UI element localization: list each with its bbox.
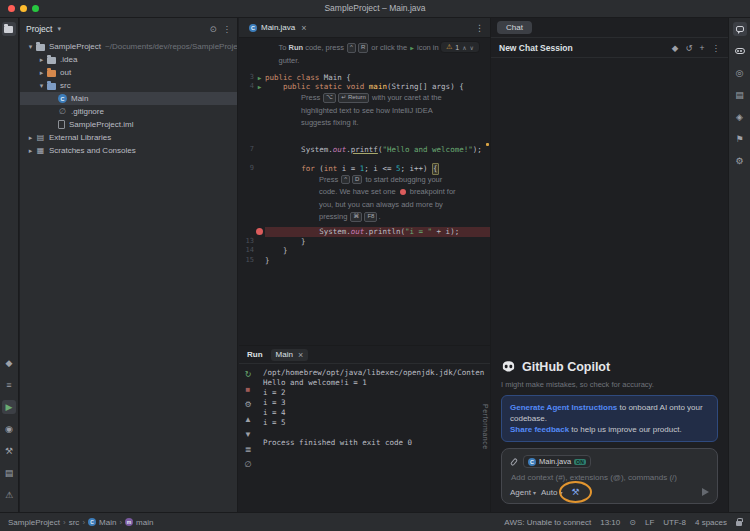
- inspections-widget[interactable]: ⚠ 1 ∧ ∨: [440, 41, 480, 53]
- tree-item-sampleproject[interactable]: ▾SampleProject~/Documents/dev/repos/Samp…: [20, 40, 237, 53]
- run-tab-main[interactable]: Main ×: [271, 349, 309, 361]
- build-tool-button[interactable]: ⚒: [2, 444, 16, 458]
- prev-issue-icon[interactable]: ∧: [462, 44, 466, 51]
- current-file-chip[interactable]: C Main.java ON: [523, 455, 591, 468]
- notifications-tool-button[interactable]: ◎: [733, 66, 747, 80]
- select-opened-file-icon[interactable]: ⊙: [209, 24, 216, 34]
- tree-item-out[interactable]: ▸out: [20, 66, 237, 79]
- tree-item-src[interactable]: ▾src: [20, 79, 237, 92]
- run-tool-button[interactable]: ▶: [2, 400, 16, 414]
- tree-item-external-libraries[interactable]: ▸▤External Libraries: [20, 131, 237, 144]
- close-tab-icon[interactable]: ×: [298, 350, 303, 360]
- breadcrumb-item[interactable]: src: [69, 518, 80, 527]
- tree-item-main[interactable]: CMain: [20, 92, 237, 105]
- inline-hint[interactable]: Press ^D to start debugging your: [239, 174, 490, 186]
- breakpoint-line[interactable]: System.out.println("i = " + i);: [239, 227, 490, 237]
- more-options-icon[interactable]: ⋮: [223, 24, 232, 34]
- code-line[interactable]: 13 }: [239, 237, 490, 247]
- problems-tool-button[interactable]: ⚠: [2, 488, 16, 502]
- new-chat-icon[interactable]: +: [700, 43, 705, 53]
- structure-tool-button[interactable]: ≡: [2, 378, 16, 392]
- settings-icon[interactable]: ⚙: [244, 400, 251, 409]
- more-options-icon[interactable]: ⋮: [712, 43, 721, 53]
- lock-icon[interactable]: [736, 521, 742, 526]
- inline-hint[interactable]: pressing ⌘F8.: [239, 211, 490, 223]
- performance-tab-label[interactable]: Performance: [482, 404, 489, 450]
- soft-wrap-icon[interactable]: ≣: [245, 445, 252, 454]
- inline-hint[interactable]: suggests fixing it.: [239, 117, 490, 129]
- clear-console-icon[interactable]: ∅: [245, 460, 252, 469]
- terminal-tool-button[interactable]: ▤: [2, 466, 16, 480]
- down-stack-icon[interactable]: ▼: [244, 430, 252, 439]
- commit-tool-button[interactable]: ◆: [2, 356, 16, 370]
- chat-tool-button[interactable]: [733, 22, 747, 36]
- copilot-tool-button[interactable]: [733, 44, 747, 58]
- run-title[interactable]: Run: [247, 350, 263, 359]
- model-picker-icon[interactable]: ◆: [672, 43, 679, 53]
- attach-context-icon[interactable]: [510, 457, 518, 466]
- breadcrumb-item[interactable]: main: [136, 518, 153, 527]
- run-line-icon[interactable]: ▶: [254, 73, 265, 83]
- line-separator[interactable]: LF: [645, 518, 654, 527]
- close-tab-icon[interactable]: ×: [301, 23, 306, 33]
- aws-status[interactable]: AWS: Unable to connect: [504, 518, 591, 527]
- status-indicator-icon[interactable]: ⊙: [629, 518, 636, 527]
- inline-hint[interactable]: gutter.: [239, 54, 490, 66]
- tree-item-idea[interactable]: ▸.idea: [20, 53, 237, 66]
- next-issue-icon[interactable]: ∨: [470, 44, 474, 51]
- inline-hint[interactable]: Press ⌥↵ Return with your caret at the: [239, 92, 490, 104]
- tree-item-gitignore[interactable]: ∅.gitignore: [20, 105, 237, 118]
- project-view-selector[interactable]: Project: [26, 24, 52, 34]
- run-line-icon[interactable]: ▶: [254, 82, 265, 92]
- clock[interactable]: 13:10: [600, 518, 620, 527]
- code-line[interactable]: 9 for (int i = 1; i <= 5; i++) {: [239, 164, 490, 174]
- code-line[interactable]: 7 System.out.printf("Hello and welcome!"…: [239, 145, 490, 155]
- inline-hint[interactable]: you, but you can always add more by: [239, 198, 490, 210]
- model-selector[interactable]: Auto ▾: [541, 488, 562, 497]
- indent-config[interactable]: 4 spaces: [695, 518, 727, 527]
- bookmarks-tool-button[interactable]: ⚑: [733, 132, 747, 146]
- minimize-window-button[interactable]: [20, 5, 27, 12]
- chat-input-placeholder[interactable]: Add context (#), extensions (@), command…: [510, 473, 709, 482]
- gradle-tool-button[interactable]: ◈: [733, 110, 747, 124]
- tab-chat[interactable]: Chat: [497, 21, 532, 34]
- code-line[interactable]: 14 }: [239, 246, 490, 256]
- up-stack-icon[interactable]: ▲: [244, 415, 252, 424]
- tree-item-scratches[interactable]: ▸▦Scratches and Consoles: [20, 144, 237, 157]
- tree-chevron-icon[interactable]: ▸: [26, 134, 35, 142]
- code-editor[interactable]: ⚠ 1 ∧ ∨ To Run code, press ^R or click t…: [239, 38, 490, 345]
- tree-item-sampleproject-iml[interactable]: SampleProject.iml: [20, 118, 237, 131]
- send-icon[interactable]: [702, 488, 709, 496]
- breakpoint-dot[interactable]: [256, 228, 263, 235]
- zoom-window-button[interactable]: [32, 5, 39, 12]
- debug-tool-button[interactable]: ◉: [2, 422, 16, 436]
- agent-selector[interactable]: Agent ▾: [510, 488, 536, 497]
- close-window-button[interactable]: [8, 5, 15, 12]
- inline-hint[interactable]: highlighted text to see how IntelliJ IDE…: [239, 104, 490, 116]
- code-line[interactable]: 4▶ public static void main(String[] args…: [239, 82, 490, 92]
- tree-chevron-icon[interactable]: ▸: [26, 147, 35, 155]
- breadcrumb-item[interactable]: SampleProject: [8, 518, 60, 527]
- tree-chevron-icon[interactable]: ▸: [37, 56, 46, 64]
- rerun-icon[interactable]: ↻: [245, 370, 252, 379]
- breadcrumb-item[interactable]: Main: [99, 518, 116, 527]
- code-line[interactable]: 3▶public class Main {: [239, 73, 490, 83]
- share-feedback-link[interactable]: Share feedback: [510, 425, 569, 434]
- tools-icon[interactable]: ⚒: [571, 487, 579, 497]
- tab-main-java[interactable]: C Main.java ×: [245, 21, 311, 35]
- file-encoding[interactable]: UTF-8: [663, 518, 686, 527]
- generate-agent-instructions-link[interactable]: Generate Agent Instructions: [510, 403, 617, 412]
- tree-chevron-icon[interactable]: ▸: [37, 69, 46, 77]
- history-icon[interactable]: ↺: [685, 43, 692, 53]
- more-icon[interactable]: ⋮: [475, 23, 484, 33]
- tree-chevron-icon[interactable]: ▾: [26, 43, 35, 51]
- database-tool-button[interactable]: ▤: [733, 88, 747, 102]
- stop-icon[interactable]: ■: [246, 385, 251, 394]
- code-line[interactable]: [239, 135, 490, 145]
- project-tool-button[interactable]: [2, 22, 16, 36]
- chat-input-card[interactable]: C Main.java ON Add context (#), extensio…: [501, 448, 718, 504]
- inline-hint[interactable]: code. We have set one breakpoint for: [239, 186, 490, 198]
- code-line[interactable]: 15}: [239, 256, 490, 266]
- settings-tool-button[interactable]: ⚙: [733, 154, 747, 168]
- tree-chevron-icon[interactable]: ▾: [37, 82, 46, 90]
